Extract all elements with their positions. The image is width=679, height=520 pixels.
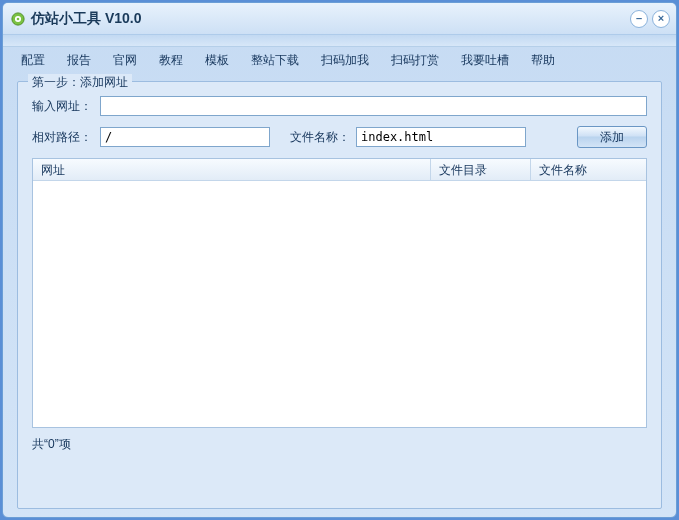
titlebar-separator xyxy=(3,35,676,47)
filename-input[interactable] xyxy=(356,127,526,147)
menu-fullsite[interactable]: 整站下载 xyxy=(241,49,309,72)
minimize-button[interactable]: – xyxy=(630,10,648,28)
path-input[interactable] xyxy=(100,127,270,147)
row-path-file: 相对路径： 文件名称： 添加 xyxy=(32,126,647,148)
close-button[interactable]: × xyxy=(652,10,670,28)
menu-qr-add[interactable]: 扫码加我 xyxy=(311,49,379,72)
col-dir[interactable]: 文件目录 xyxy=(431,159,531,180)
menu-config[interactable]: 配置 xyxy=(11,49,55,72)
menu-help[interactable]: 帮助 xyxy=(521,49,565,72)
step1-groupbox: 第一步：添加网址 输入网址： 相对路径： 文件名称： 添加 网址 文件目录 文件… xyxy=(17,81,662,509)
col-file[interactable]: 文件名称 xyxy=(531,159,646,180)
app-icon xyxy=(11,12,25,26)
menu-template[interactable]: 模板 xyxy=(195,49,239,72)
client-area: 第一步：添加网址 输入网址： 相对路径： 文件名称： 添加 网址 文件目录 文件… xyxy=(3,73,676,518)
menu-report[interactable]: 报告 xyxy=(57,49,101,72)
col-url[interactable]: 网址 xyxy=(33,159,431,180)
item-count: 共“0”项 xyxy=(32,436,647,453)
titlebar: 仿站小工具 V10.0 – × xyxy=(3,3,676,35)
url-table: 网址 文件目录 文件名称 xyxy=(32,158,647,428)
label-url: 输入网址： xyxy=(32,98,94,115)
label-file: 文件名称： xyxy=(290,129,350,146)
add-button[interactable]: 添加 xyxy=(577,126,647,148)
svg-point-2 xyxy=(17,17,20,20)
menu-qr-donate[interactable]: 扫码打赏 xyxy=(381,49,449,72)
app-title: 仿站小工具 V10.0 xyxy=(31,10,626,28)
app-window: 仿站小工具 V10.0 – × 配置 报告 官网 教程 模板 整站下载 扫码加我… xyxy=(2,2,677,518)
menu-feedback[interactable]: 我要吐槽 xyxy=(451,49,519,72)
label-path: 相对路径： xyxy=(32,129,94,146)
groupbox-title: 第一步：添加网址 xyxy=(28,74,132,91)
row-url: 输入网址： xyxy=(32,96,647,116)
table-body[interactable] xyxy=(33,181,646,427)
table-header: 网址 文件目录 文件名称 xyxy=(33,159,646,181)
url-input[interactable] xyxy=(100,96,647,116)
menu-site[interactable]: 官网 xyxy=(103,49,147,72)
menubar: 配置 报告 官网 教程 模板 整站下载 扫码加我 扫码打赏 我要吐槽 帮助 xyxy=(3,47,676,73)
menu-tutorial[interactable]: 教程 xyxy=(149,49,193,72)
